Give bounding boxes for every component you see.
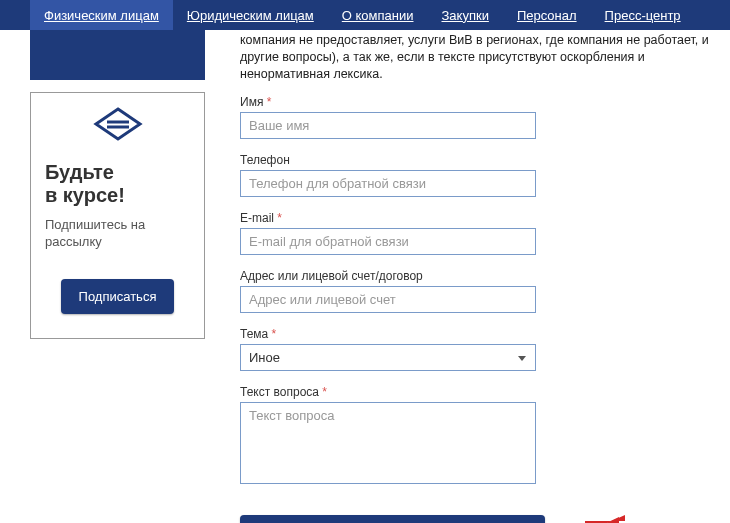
nav-item-purchases[interactable]: Закупки	[427, 0, 502, 30]
subscribe-title: Будьте в курсе!	[45, 161, 190, 207]
annotation-arrow-icon	[585, 515, 695, 523]
nav-item-personnel[interactable]: Персонал	[503, 0, 591, 30]
email-input[interactable]	[240, 228, 536, 255]
question-textarea[interactable]	[240, 402, 536, 484]
question-text-label: Текст вопроса *	[240, 385, 730, 399]
attach-documents-button[interactable]: Прикрепить документы (не более 1.5 мб)	[240, 515, 545, 523]
name-label: Имя *	[240, 95, 730, 109]
topic-select[interactable]: Иное	[240, 344, 536, 371]
email-label: E-mail *	[240, 211, 730, 225]
svg-marker-0	[96, 109, 140, 139]
top-navigation: Физическим лицам Юридическим лицам О ком…	[0, 0, 730, 30]
address-input[interactable]	[240, 286, 536, 313]
phone-label: Телефон	[240, 153, 730, 167]
nav-item-individuals[interactable]: Физическим лицам	[30, 0, 173, 30]
main-form-area: компания не предоставляет, услуги ВиВ в …	[240, 30, 730, 523]
subscribe-box: Будьте в курсе! Подпишитесь на рассылку …	[30, 92, 205, 339]
topic-label: Тема *	[240, 327, 730, 341]
phone-input[interactable]	[240, 170, 536, 197]
disclaimer-text: компания не предоставляет, услуги ВиВ в …	[240, 32, 730, 83]
address-label: Адрес или лицевой счет/договор	[240, 269, 730, 283]
envelope-icon	[45, 107, 190, 151]
subscribe-text: Подпишитесь на рассылку	[45, 217, 190, 251]
nav-item-press[interactable]: Пресс-центр	[591, 0, 695, 30]
subscribe-button[interactable]: Подписаться	[61, 279, 175, 314]
nav-item-legal[interactable]: Юридическим лицам	[173, 0, 328, 30]
sidebar-blue-block	[30, 30, 205, 80]
name-input[interactable]	[240, 112, 536, 139]
sidebar: Будьте в курсе! Подпишитесь на рассылку …	[30, 30, 220, 523]
nav-item-about[interactable]: О компании	[328, 0, 428, 30]
